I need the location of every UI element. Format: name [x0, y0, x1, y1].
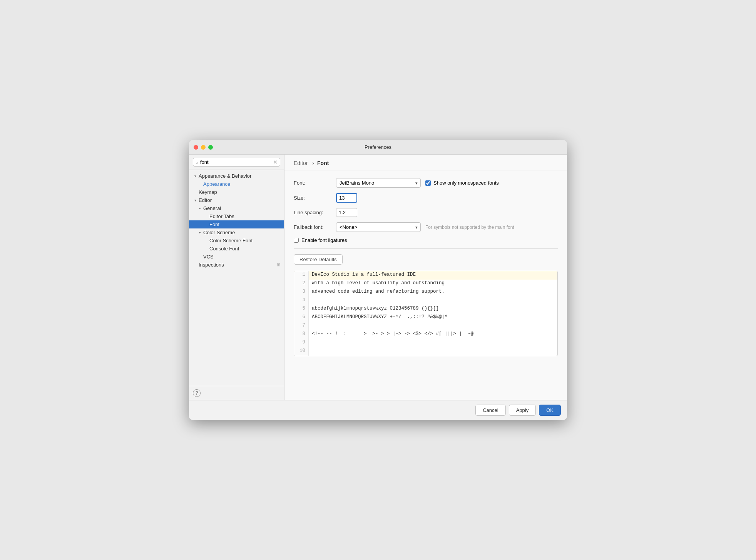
- line-code: [309, 297, 557, 305]
- sidebar-item-inspections[interactable]: Inspections ⊞: [189, 261, 284, 269]
- size-input[interactable]: [336, 193, 357, 203]
- search-input[interactable]: [200, 159, 271, 165]
- apply-button[interactable]: Apply: [509, 405, 536, 416]
- fallback-font-select-wrapper: <None> Arial Helvetica: [336, 222, 421, 232]
- spacer-icon: [204, 222, 208, 227]
- sidebar-item-label: VCS: [203, 254, 214, 260]
- line-number: 8: [294, 330, 309, 339]
- show-monospaced-checkbox[interactable]: [425, 180, 431, 186]
- breadcrumb-parent: Editor: [294, 160, 308, 166]
- spacer-icon: [193, 190, 197, 195]
- show-monospaced-label: Show only monospaced fonts: [433, 180, 499, 186]
- main-content: ⌕ ✕ ▾ Appearance & Behavior Appearance: [189, 155, 567, 400]
- preview-line: 2with a high level of usability and outs…: [294, 280, 557, 288]
- search-wrapper: ⌕ ✕: [193, 158, 280, 167]
- sidebar-item-label: Color Scheme: [203, 230, 235, 235]
- preview-area: 1DevEco Studio is a full-featured IDE2wi…: [294, 271, 558, 356]
- line-number: 6: [294, 313, 309, 322]
- preview-line: 5abcdefghijklmnopqrstuvwxyz 0123456789 (…: [294, 305, 557, 313]
- sidebar-item-vcs[interactable]: VCS: [189, 253, 284, 261]
- spacer-icon: [204, 247, 208, 251]
- sidebar-item-general[interactable]: ▾ General: [189, 204, 284, 212]
- settings-area: Font: JetBrains Mono Courier New Menlo M…: [284, 170, 567, 400]
- search-bar: ⌕ ✕: [189, 155, 284, 170]
- sidebar-item-appearance-behavior[interactable]: ▾ Appearance & Behavior: [189, 172, 284, 180]
- chevron-down-icon: ▾: [193, 198, 197, 203]
- spacer-icon: [204, 238, 208, 243]
- font-select[interactable]: JetBrains Mono Courier New Menlo Monaco …: [336, 178, 421, 188]
- cancel-button[interactable]: Cancel: [475, 405, 505, 416]
- sidebar-footer: ?: [189, 386, 284, 400]
- sidebar-item-label: Appearance & Behavior: [199, 173, 251, 179]
- line-code: [309, 339, 557, 347]
- sidebar-item-color-scheme-font[interactable]: Color Scheme Font: [189, 237, 284, 245]
- line-code: with a high level of usability and outst…: [309, 280, 557, 288]
- fallback-font-select[interactable]: <None> Arial Helvetica: [336, 222, 421, 232]
- enable-ligatures-checkbox[interactable]: [294, 238, 299, 243]
- ligatures-row: Enable font ligatures: [294, 237, 558, 243]
- line-number: 1: [294, 271, 309, 280]
- preview-line: 8<!-- -- != := === >= >- >=> |-> -> <$> …: [294, 330, 557, 339]
- line-number: 9: [294, 339, 309, 347]
- monospaced-checkbox-row: Show only monospaced fonts: [425, 180, 499, 186]
- sidebar-item-label: Appearance: [203, 181, 230, 187]
- clear-search-button[interactable]: ✕: [273, 159, 278, 165]
- sidebar-item-editor[interactable]: ▾ Editor: [189, 196, 284, 204]
- line-code: abcdefghijklmnopqrstuvwxyz 0123456789 ()…: [309, 305, 557, 313]
- sidebar-item-label: Color Scheme Font: [209, 238, 253, 243]
- help-button[interactable]: ?: [193, 389, 201, 397]
- sidebar-item-font[interactable]: Font: [189, 220, 284, 228]
- spacer-icon: [197, 182, 202, 187]
- maximize-button[interactable]: [208, 145, 213, 150]
- copy-icon: ⊞: [277, 262, 280, 267]
- sidebar-item-editor-tabs[interactable]: Editor Tabs: [189, 212, 284, 220]
- divider: [294, 248, 558, 249]
- sidebar-item-keymap[interactable]: Keymap: [189, 188, 284, 196]
- font-select-wrapper: JetBrains Mono Courier New Menlo Monaco …: [336, 178, 421, 188]
- fallback-font-row: Fallback font: <None> Arial Helvetica Fo…: [294, 222, 558, 232]
- sidebar-item-label: Keymap: [199, 189, 217, 195]
- size-row: Size:: [294, 193, 558, 203]
- preview-line: 7: [294, 322, 557, 330]
- chevron-down-icon: ▾: [197, 230, 202, 235]
- spacer-icon: [204, 214, 208, 219]
- ok-button[interactable]: OK: [539, 405, 561, 416]
- footer: Cancel Apply OK: [189, 400, 567, 420]
- preview-lines: 1DevEco Studio is a full-featured IDE2wi…: [294, 271, 557, 356]
- sidebar-item-appearance[interactable]: Appearance: [189, 180, 284, 188]
- minimize-button[interactable]: [201, 145, 206, 150]
- line-code: ABCDEFGHIJKLMNOPQRSTUVWXYZ +-*/= .,;:!? …: [309, 313, 557, 322]
- sidebar-item-color-scheme[interactable]: ▾ Color Scheme: [189, 228, 284, 237]
- font-label: Font:: [294, 180, 336, 186]
- close-button[interactable]: [194, 145, 198, 150]
- preview-line: 9: [294, 339, 557, 347]
- main-panel: Editor › Font Font: JetBrains Mono Couri…: [284, 155, 567, 400]
- line-code: <!-- -- != := === >= >- >=> |-> -> <$> <…: [309, 330, 557, 339]
- sidebar: ⌕ ✕ ▾ Appearance & Behavior Appearance: [189, 155, 284, 400]
- chevron-down-icon: ▾: [197, 206, 202, 211]
- sidebar-item-console-font[interactable]: Console Font: [189, 245, 284, 253]
- size-label: Size:: [294, 195, 336, 201]
- fallback-hint: For symbols not supported by the main fo…: [425, 225, 514, 230]
- sidebar-item-label: Editor Tabs: [209, 213, 234, 219]
- line-code: advanced code editing and refactoring su…: [309, 288, 557, 297]
- preview-line: 6ABCDEFGHIJKLMNOPQRSTUVWXYZ +-*/= .,;:!?…: [294, 313, 557, 322]
- breadcrumb-separator: ›: [312, 160, 314, 166]
- line-code: [309, 322, 557, 330]
- line-spacing-label: Line spacing:: [294, 210, 336, 215]
- preview-line: 4: [294, 297, 557, 305]
- fallback-font-label: Fallback font:: [294, 224, 336, 230]
- sidebar-item-label: Editor: [199, 197, 212, 203]
- preview-line: 1DevEco Studio is a full-featured IDE: [294, 271, 557, 280]
- line-code: [309, 347, 557, 356]
- line-spacing-input[interactable]: [336, 208, 357, 217]
- sidebar-item-label: Font: [209, 222, 219, 227]
- restore-defaults-button[interactable]: Restore Defaults: [294, 254, 343, 265]
- spacer-icon: [197, 255, 202, 259]
- sidebar-item-label: General: [203, 205, 221, 211]
- preview-line: 3advanced code editing and refactoring s…: [294, 288, 557, 297]
- sidebar-tree: ▾ Appearance & Behavior Appearance Keyma…: [189, 170, 284, 386]
- line-number: 10: [294, 347, 309, 356]
- breadcrumb-current: Font: [317, 160, 329, 166]
- line-number: 5: [294, 305, 309, 313]
